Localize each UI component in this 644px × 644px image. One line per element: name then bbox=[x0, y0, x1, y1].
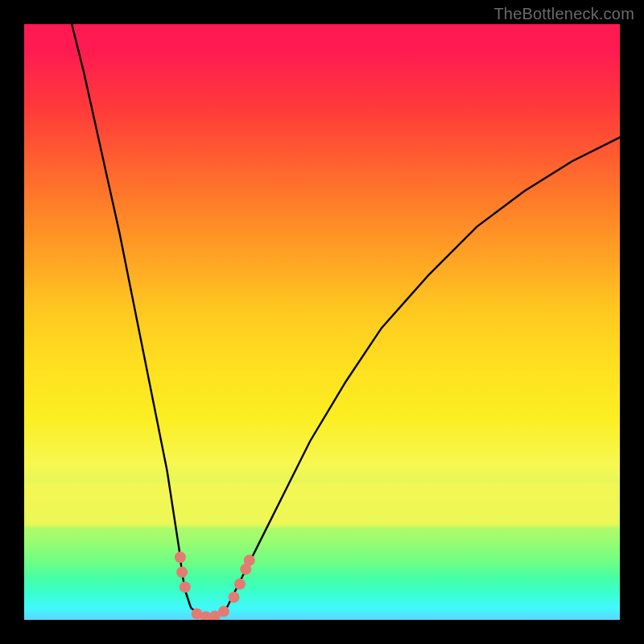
chart-svg bbox=[24, 24, 620, 620]
watermark-text: TheBottleneck.com bbox=[493, 5, 634, 23]
marker-bottom-4 bbox=[218, 606, 229, 617]
bottleneck-curve bbox=[72, 24, 620, 617]
marker-right-4 bbox=[244, 555, 255, 566]
markers-group bbox=[175, 551, 255, 620]
plot-area bbox=[24, 24, 620, 620]
chart-frame: TheBottleneck.com bbox=[0, 0, 644, 644]
marker-left-1 bbox=[176, 567, 188, 578]
marker-right-1 bbox=[229, 592, 240, 603]
marker-left-2 bbox=[175, 551, 186, 563]
marker-right-2 bbox=[234, 579, 246, 590]
marker-left-3 bbox=[180, 581, 191, 592]
curve-group bbox=[72, 24, 620, 617]
